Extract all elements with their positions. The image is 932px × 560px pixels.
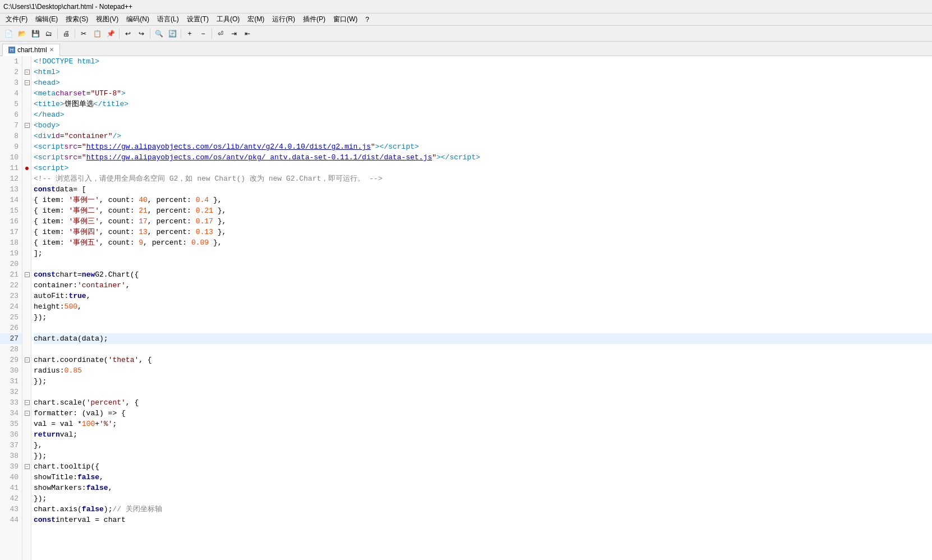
code-line: { item: '事例三', count: 17, percent: 0.17 …	[34, 216, 932, 227]
fold-button	[22, 515, 31, 525]
cut-button[interactable]: ✂	[77, 27, 90, 40]
code-line: height: 500,	[34, 301, 932, 312]
menu-file[interactable]: 文件(F)	[2, 14, 31, 25]
save-button[interactable]: 💾	[29, 27, 42, 40]
line-number: 32	[0, 387, 22, 397]
fold-button[interactable]: −	[22, 355, 31, 365]
line-number: 28	[0, 344, 22, 355]
menu-search[interactable]: 搜索(S)	[62, 14, 91, 25]
menu-run[interactable]: 运行(R)	[269, 14, 299, 25]
fold-button[interactable]: −	[22, 269, 31, 280]
save-all-button[interactable]: 🗂	[43, 27, 55, 40]
line-number: 1	[0, 56, 22, 67]
code-line: { item: '事例五', count: 9, percent: 0.09 }…	[34, 237, 932, 248]
code-line: <html>	[34, 67, 932, 77]
fold-button[interactable]: −	[22, 77, 31, 88]
undo-button[interactable]: ↩	[122, 27, 134, 40]
sep3	[119, 29, 120, 39]
fold-button	[22, 237, 31, 248]
line-number: 18	[0, 237, 22, 248]
fold-button	[22, 291, 31, 301]
fold-button	[22, 109, 31, 120]
line-number: 20	[0, 259, 22, 269]
fold-button	[22, 227, 31, 237]
menu-view[interactable]: 视图(V)	[93, 14, 122, 25]
fold-button	[22, 301, 31, 312]
fold-button	[22, 152, 31, 163]
line-number: 44	[0, 515, 22, 525]
print-button[interactable]: 🖨	[60, 27, 72, 40]
tab-bar: H chart.html ✕	[0, 42, 932, 56]
fold-button[interactable]: −	[22, 408, 31, 419]
menu-help[interactable]: ?	[362, 15, 373, 24]
fold-button	[22, 131, 31, 141]
menu-macro[interactable]: 宏(M)	[244, 14, 268, 25]
menu-plugins[interactable]: 插件(P)	[300, 14, 329, 25]
line-number: 9	[0, 141, 22, 152]
fold-button	[22, 141, 31, 152]
line-number: 2	[0, 67, 22, 77]
code-line: <body>	[34, 120, 932, 131]
indent-button[interactable]: ⇥	[228, 27, 240, 40]
fold-button[interactable]: ●	[22, 163, 31, 173]
fold-button	[22, 387, 31, 397]
line-number: 17	[0, 227, 22, 237]
fold-margin: −−−●−−−−−	[22, 56, 31, 560]
line-number: 19	[0, 248, 22, 259]
find-button[interactable]: 🔍	[153, 27, 165, 40]
new-button[interactable]: 📄	[2, 27, 15, 40]
line-number: 23	[0, 291, 22, 301]
line-number: 10	[0, 152, 22, 163]
title-bar: C:\Users\1\Desktop\chart.html - Notepad+…	[0, 0, 932, 13]
line-number: 11	[0, 163, 22, 173]
code-line: <!DOCTYPE html>	[34, 56, 932, 67]
line-number: 31	[0, 376, 22, 387]
paste-button[interactable]: 📌	[104, 27, 117, 40]
unindent-button[interactable]: ⇤	[241, 27, 254, 40]
code-line: <script src="https://gw.alipayobjects.co…	[34, 141, 932, 152]
line-number: 21	[0, 269, 22, 280]
menu-language[interactable]: 语言(L)	[154, 14, 182, 25]
zoom-out-button[interactable]: −	[197, 27, 209, 40]
code-content[interactable]: <!DOCTYPE html> <html> <head> <meta char…	[31, 56, 932, 560]
line-number: 4	[0, 88, 22, 99]
zoom-in-button[interactable]: +	[183, 27, 196, 40]
replace-button[interactable]: 🔄	[166, 27, 178, 40]
tab-chart-html[interactable]: H chart.html ✕	[2, 44, 60, 56]
menu-encode[interactable]: 编码(N)	[123, 14, 153, 25]
menu-settings[interactable]: 设置(T)	[183, 14, 212, 25]
code-line: <script>	[34, 163, 932, 173]
line-numbers: 1234567891011121314151617181920212223242…	[0, 56, 22, 560]
code-line: showMarkers: false,	[34, 483, 932, 493]
wrap-button[interactable]: ⏎	[214, 27, 227, 40]
fold-button[interactable]: −	[22, 461, 31, 472]
code-line: chart.data(data);	[34, 333, 932, 344]
code-line: container: 'container',	[34, 280, 932, 291]
code-line: const chart = new G2.Chart({	[34, 269, 932, 280]
copy-button[interactable]: 📋	[91, 27, 103, 40]
code-line: { item: '事例一', count: 40, percent: 0.4 }…	[34, 195, 932, 205]
code-line: });	[34, 312, 932, 323]
code-line: <title>饼图单选</title>	[34, 99, 932, 109]
fold-button	[22, 429, 31, 440]
fold-button	[22, 493, 31, 504]
line-number: 37	[0, 440, 22, 451]
code-line: formatter: (val) => {	[34, 408, 932, 419]
tab-label: chart.html	[17, 46, 47, 54]
line-number: 29	[0, 355, 22, 365]
line-number: 42	[0, 493, 22, 504]
tab-close-button[interactable]: ✕	[49, 47, 54, 53]
code-line: chart.axis(false); // 关闭坐标轴	[34, 504, 932, 515]
fold-button	[22, 173, 31, 184]
open-button[interactable]: 📂	[16, 27, 28, 40]
code-line	[34, 344, 932, 355]
fold-button[interactable]: −	[22, 397, 31, 408]
redo-button[interactable]: ↪	[135, 27, 148, 40]
fold-button[interactable]: −	[22, 67, 31, 77]
menu-window[interactable]: 窗口(W)	[330, 14, 361, 25]
menu-edit[interactable]: 编辑(E)	[32, 14, 61, 25]
fold-button[interactable]: −	[22, 120, 31, 131]
menu-tools[interactable]: 工具(O)	[213, 14, 243, 25]
tab-icon: H	[8, 47, 15, 53]
fold-button	[22, 88, 31, 99]
